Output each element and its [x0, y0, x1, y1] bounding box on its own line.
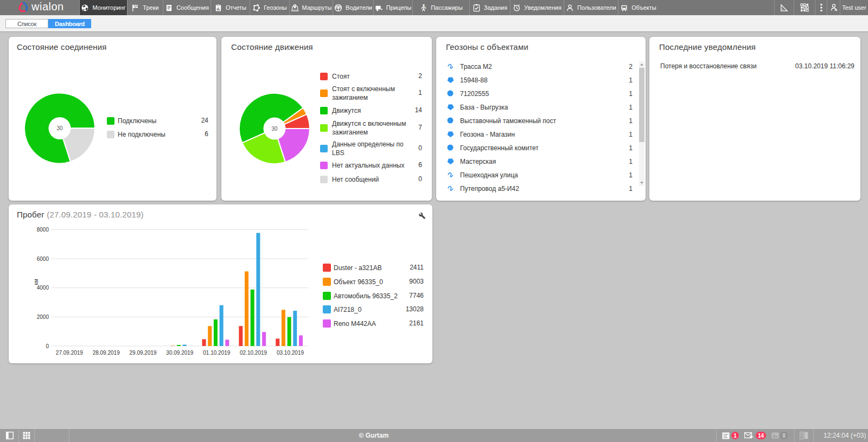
- svg-text:8000: 8000: [37, 227, 49, 233]
- svg-text:2000: 2000: [37, 314, 49, 320]
- svg-text:30: 30: [56, 125, 63, 131]
- svg-text:км: км: [33, 279, 39, 285]
- svg-text:0: 0: [46, 343, 49, 349]
- svg-text:01.10.2019: 01.10.2019: [203, 350, 230, 356]
- svg-text:30.09.2019: 30.09.2019: [166, 350, 193, 356]
- svg-text:02.10.2019: 02.10.2019: [240, 350, 267, 356]
- svg-text:03.10.2019: 03.10.2019: [277, 350, 304, 356]
- svg-text:4000: 4000: [37, 285, 49, 291]
- svg-text:27.09.2019: 27.09.2019: [56, 350, 83, 356]
- svg-text:30: 30: [271, 126, 278, 132]
- svg-text:6000: 6000: [37, 256, 49, 262]
- svg-text:28.09.2019: 28.09.2019: [93, 350, 120, 356]
- svg-text:29.09.2019: 29.09.2019: [130, 350, 157, 356]
